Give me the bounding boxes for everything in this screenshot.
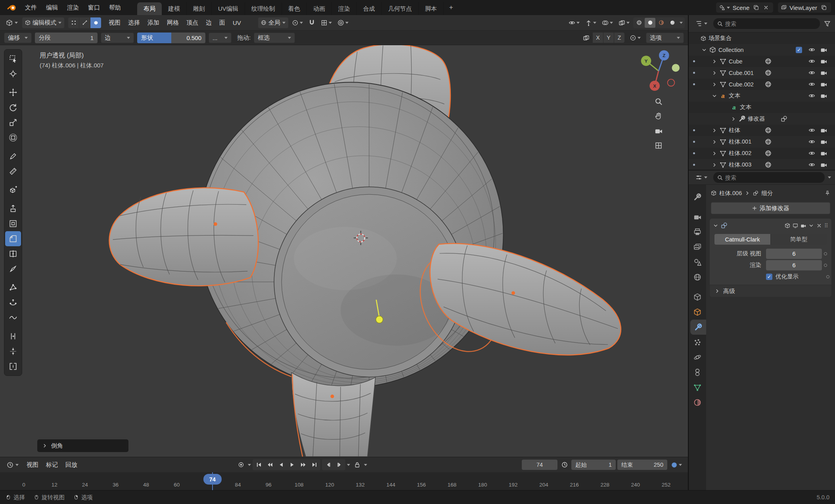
simple-button[interactable]: 简单型	[770, 234, 827, 245]
material-shading-button[interactable]	[656, 18, 666, 28]
tool-edge-slide[interactable]	[5, 329, 21, 344]
chevron-down-icon[interactable]	[713, 223, 718, 228]
next-keyframe-button[interactable]	[298, 460, 308, 470]
ortho-toggle-button[interactable]	[651, 139, 666, 152]
wireframe-shading-button[interactable]	[634, 18, 644, 28]
gizmo-axis-ball[interactable]	[668, 79, 675, 86]
new-scene-button[interactable]	[752, 4, 760, 11]
tool-measure[interactable]	[5, 164, 21, 179]
tool-poly-build[interactable]	[5, 280, 21, 295]
editor-type-button[interactable]	[693, 172, 710, 182]
menu-item[interactable]: 网格	[163, 17, 182, 28]
chevron-right-icon[interactable]	[712, 59, 717, 64]
menu-item[interactable]: 视图	[23, 460, 42, 470]
editmode-display-toggle[interactable]	[785, 223, 790, 228]
workspace-tab[interactable]: 渲染	[332, 2, 357, 15]
shape-slider[interactable]: 形状 0.500	[137, 33, 205, 43]
tab-physics[interactable]	[689, 350, 706, 365]
outliner-row-cube002[interactable]: Cube.002	[689, 79, 835, 90]
tool-select-box[interactable]	[5, 51, 21, 66]
snap-base-dropdown[interactable]	[628, 33, 643, 43]
timeline-view-dropdown[interactable]	[669, 460, 684, 470]
menu-item[interactable]: 回放	[62, 460, 81, 470]
catmull-clark-button[interactable]: Catmull-Clark	[714, 234, 770, 245]
chevron-right-icon[interactable]	[731, 116, 736, 122]
render-levels-field[interactable]: 6	[766, 260, 822, 270]
options-dropdown[interactable]: 选项	[646, 33, 684, 43]
tab-world[interactable]	[689, 270, 706, 285]
mirror-icon[interactable]	[583, 34, 590, 41]
viewport-3d[interactable]: 用户透视 (局部) (74) 柱体.006 | 柱体.007	[0, 45, 688, 457]
navigation-gizmo[interactable]: Y Z X	[635, 47, 682, 94]
tool-loop-cut[interactable]	[5, 246, 21, 261]
tab-collection[interactable]	[689, 289, 706, 305]
optimal-display-checkbox[interactable]	[766, 274, 772, 280]
tool-rip-region[interactable]	[5, 359, 21, 374]
animate-dot-icon[interactable]	[824, 275, 831, 278]
camera-visibility-icon[interactable]	[820, 92, 827, 99]
pivot-point-dropdown[interactable]	[290, 18, 305, 28]
outliner-item-label[interactable]: 文本	[729, 92, 740, 100]
breadcrumb-object[interactable]: 柱体.006	[719, 190, 742, 197]
tab-render[interactable]	[689, 209, 706, 224]
drag-mode-dropdown[interactable]: 框选	[254, 33, 295, 43]
outliner-row-scene-collection[interactable]: 场景集合	[689, 33, 835, 44]
snap-settings-dropdown[interactable]	[319, 18, 334, 28]
tool-annotate[interactable]	[5, 149, 21, 164]
outliner-item-label[interactable]: 场景集合	[709, 34, 732, 42]
workspace-tab[interactable]: 脚本	[419, 2, 444, 15]
pin-icon[interactable]	[825, 190, 830, 196]
menu-item[interactable]: 面	[216, 17, 229, 28]
more-options-dropdown[interactable]: ...	[209, 33, 232, 43]
editor-type-button[interactable]	[4, 460, 21, 470]
menu-item[interactable]: 渲染	[63, 2, 83, 13]
animate-dot-icon[interactable]	[822, 264, 829, 267]
workspace-tab[interactable]: 几何节点	[382, 2, 419, 15]
outliner-row-cylinder002[interactable]: 柱体.002	[689, 148, 835, 159]
jump-to-end-button[interactable]	[309, 460, 320, 470]
axis-toggle[interactable]: Y	[603, 33, 614, 43]
camera-visibility-icon[interactable]	[820, 150, 827, 157]
chevron-right-icon[interactable]	[712, 70, 717, 76]
prev-frame-button[interactable]	[323, 460, 333, 470]
eye-icon[interactable]	[808, 161, 815, 168]
playhead[interactable]: 74	[203, 472, 222, 490]
zoom-button[interactable]	[651, 95, 666, 108]
outliner-item-label[interactable]: Cube.002	[729, 81, 754, 88]
frame-end-field[interactable]: 结束 250	[617, 460, 667, 470]
camera-visibility-icon[interactable]	[820, 138, 827, 145]
outliner-item-label[interactable]: 柱体.001	[729, 138, 751, 146]
face-select-button[interactable]	[90, 17, 101, 28]
outliner-item-label[interactable]: 柱体.003	[729, 161, 751, 169]
eye-icon[interactable]	[808, 127, 815, 134]
render-display-toggle[interactable]	[801, 223, 806, 228]
outliner-item-label[interactable]: Cube.001	[729, 70, 754, 76]
affect-dropdown[interactable]: 边	[101, 33, 134, 43]
tab-tool[interactable]	[689, 190, 706, 205]
editor-type-button[interactable]	[3, 18, 21, 28]
camera-visibility-icon[interactable]	[820, 46, 827, 53]
axis-toggle[interactable]: X	[593, 33, 603, 43]
tab-object-data[interactable]	[689, 380, 706, 395]
menu-item[interactable]: 选择	[124, 17, 144, 28]
current-frame-field[interactable]: 74	[522, 460, 557, 470]
outliner-item-label[interactable]: 柱体	[729, 126, 740, 134]
search-input[interactable]	[725, 174, 821, 181]
operator-panel[interactable]: 倒角	[37, 439, 128, 452]
outliner-row-cylinder003[interactable]: 柱体.003	[689, 159, 835, 170]
workspace-tab[interactable]: 合成	[357, 2, 382, 15]
animate-dot-icon[interactable]	[822, 252, 829, 255]
tool-transform[interactable]	[5, 130, 21, 145]
camera-view-button[interactable]	[651, 124, 666, 138]
camera-visibility-icon[interactable]	[820, 69, 827, 76]
scene-selector[interactable]: Scene	[716, 2, 774, 13]
axis-toggle[interactable]: Z	[614, 33, 624, 43]
tab-material[interactable]	[689, 395, 706, 410]
rendered-shading-button[interactable]	[667, 18, 678, 28]
advanced-subpanel[interactable]: 高级	[710, 285, 831, 297]
menu-item[interactable]: 边	[202, 17, 215, 28]
timeline-ruler[interactable]: 74 0122436486084961081201321441561681801…	[0, 472, 688, 490]
prev-keyframe-button[interactable]	[264, 460, 275, 470]
chevron-down-icon[interactable]	[712, 93, 717, 99]
play-reverse-button[interactable]	[276, 460, 286, 470]
